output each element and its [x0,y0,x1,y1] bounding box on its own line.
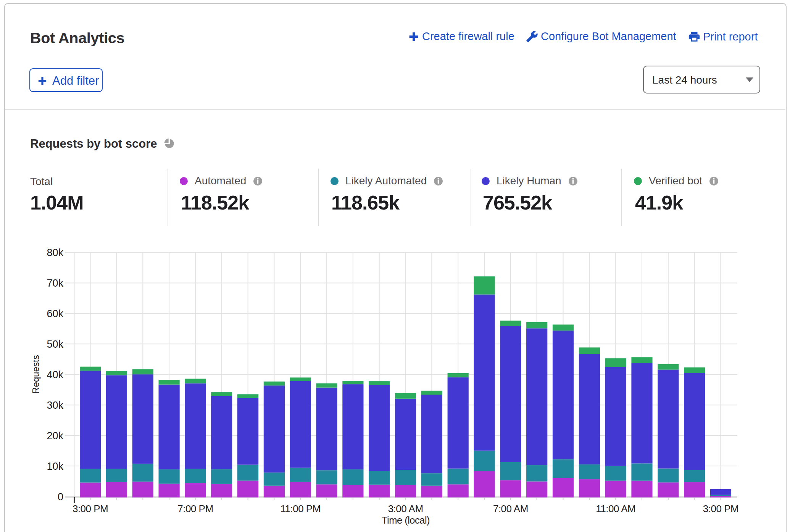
svg-text:40k: 40k [47,369,63,380]
svg-text:10k: 10k [47,461,63,472]
svg-text:80k: 80k [47,247,63,258]
svg-text:70k: 70k [47,277,63,289]
svg-text:30k: 30k [47,400,63,411]
svg-text:7:00 AM: 7:00 AM [493,503,528,514]
svg-text:Time (local): Time (local) [382,515,430,526]
svg-text:11:00 AM: 11:00 AM [596,503,635,514]
svg-text:Requests: Requests [31,355,41,393]
svg-text:11:00 PM: 11:00 PM [281,503,321,514]
svg-text:20k: 20k [47,430,63,442]
svg-text:0: 0 [58,491,63,503]
svg-text:7:00 PM: 7:00 PM [177,503,213,514]
svg-text:3:00 PM: 3:00 PM [73,503,108,514]
svg-text:3:00 PM: 3:00 PM [703,503,738,514]
svg-text:3:00 AM: 3:00 AM [388,503,423,514]
svg-text:50k: 50k [47,339,63,350]
svg-text:60k: 60k [47,308,63,319]
